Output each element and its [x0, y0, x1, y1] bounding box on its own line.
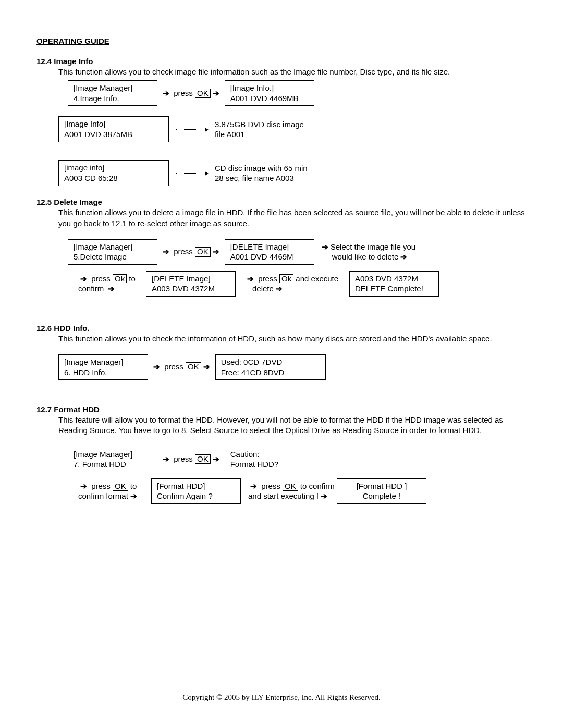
- arrow-icon: ➔: [322, 242, 328, 251]
- flow-124-row2: [Image Info] A001 DVD 3875MB 3.875GB DVD…: [58, 116, 527, 142]
- step-span: and execute: [293, 274, 338, 283]
- press-text: press: [172, 89, 195, 97]
- dotted-arrow-icon: [176, 173, 207, 174]
- lcd-line: A003 CD 65:28: [64, 173, 163, 183]
- lcd-box: [Image Info.] A001 DVD 4469MB: [225, 80, 314, 106]
- lcd-box: [Format HDD ] Complete !: [337, 478, 426, 504]
- press-ok: ➔ press OK➔: [161, 454, 222, 464]
- lcd-line: [Format HDD ]: [342, 481, 421, 491]
- lcd-line: [Image Info]: [64, 119, 163, 129]
- section-127-head: 12.7 Format HDD: [36, 405, 527, 414]
- ok-key: OK: [113, 482, 128, 491]
- lcd-line: A001 DVD 3875MB: [64, 129, 163, 140]
- arrow-icon: ➔: [163, 247, 169, 256]
- lcd-box: [image info] A003 CD 65:28: [58, 160, 169, 186]
- lcd-line: 5.Delete Image: [74, 252, 152, 262]
- arrow-icon: ➔: [276, 284, 283, 293]
- press-ok: ➔ press OK➔: [161, 89, 222, 98]
- lcd-line: [Image Manager]: [74, 83, 152, 93]
- section-125-text: This function allows you to delete a ima…: [58, 207, 527, 229]
- flow-125-row1: [Image Manager] 5.Delete Image ➔ press O…: [68, 239, 527, 265]
- arrow-icon: ➔: [108, 284, 115, 293]
- lcd-line: 6. HDD Info.: [64, 367, 142, 378]
- step-span: press: [89, 274, 113, 283]
- arrow-icon: ➔: [213, 247, 219, 256]
- note-span: Select the image file you: [331, 242, 415, 251]
- arrow-icon: ➔: [163, 89, 169, 97]
- arrow-icon: ➔: [400, 252, 407, 261]
- arrow-icon: ➔: [130, 491, 137, 500]
- note-line: 28 sec, file name A003: [215, 173, 308, 183]
- section-126-head: 12.6 HDD Info.: [36, 324, 527, 332]
- flow-124-row3: [image info] A003 CD 65:28 CD disc image…: [58, 160, 527, 186]
- lcd-line: [Image Manager]: [74, 449, 152, 460]
- lcd-line: [Format HDD]: [157, 481, 235, 491]
- note-text: 3.875GB DVD disc image file A001: [215, 119, 304, 140]
- step-line: ➔ press Ok to: [78, 274, 146, 284]
- lcd-line: [Image Manager]: [64, 357, 142, 367]
- lcd-box: [Image Manager] 7. Format HDD: [68, 447, 157, 472]
- lcd-line: 7. Format HDD: [74, 459, 152, 470]
- dotted-arrow-icon: [176, 129, 207, 130]
- page-title: OPERATING GUIDE: [36, 36, 527, 45]
- note-span: would like to delete: [332, 252, 399, 261]
- flow-125-row2: ➔ press Ok to confirm ➔ [DELETE Image] A…: [78, 271, 527, 297]
- lcd-line: 4.Image Info.: [74, 93, 152, 104]
- step-line: and start executing f➔: [248, 491, 337, 501]
- step-line: delete➔: [245, 283, 349, 294]
- lcd-box: Used: 0CD 7DVD Free: 41CD 8DVD: [215, 354, 326, 380]
- ok-key: OK: [195, 89, 211, 98]
- section-126-text: This function allows you to check the in…: [58, 334, 527, 344]
- step-text: ➔ press Ok to confirm ➔: [78, 274, 146, 294]
- step-span: confirm: [78, 284, 106, 293]
- arrow-icon: ➔: [163, 454, 169, 463]
- step-text: ➔ press Ok and execute delete➔: [245, 274, 349, 294]
- lcd-box: [DELETE Image] A001 DVD 4469M: [225, 239, 314, 265]
- step-span: press: [256, 274, 279, 283]
- step-line: ➔ press OK to: [78, 481, 151, 491]
- flow-127-row2: ➔ press OK to confirm format➔ [Format HD…: [78, 478, 527, 504]
- ok-key: Ok: [279, 274, 293, 284]
- step-line: confirm format➔: [78, 491, 151, 501]
- step-line: ➔ press Ok and execute: [245, 274, 349, 284]
- step-span: press: [89, 482, 113, 490]
- section-127-text: This feature will allow you to format th…: [58, 415, 527, 436]
- step-span: and start executing f: [248, 491, 319, 500]
- lcd-line: [image info]: [64, 163, 163, 173]
- note-line: CD disc image with 65 min: [215, 163, 308, 174]
- press-text: press: [172, 454, 195, 463]
- lcd-line: A001 DVD 4469MB: [230, 93, 309, 104]
- lcd-line: A003 DVD 4372M: [152, 283, 230, 294]
- step-span: press: [259, 482, 283, 490]
- press-ok: ➔ press OK➔: [161, 247, 222, 257]
- note-line: ➔Select the image file you: [320, 242, 415, 252]
- lcd-line: DELETE Complete!: [355, 283, 433, 294]
- flow-127-row1: [Image Manager] 7. Format HDD ➔ press OK…: [68, 447, 527, 472]
- link-text: 8. Select Source: [181, 426, 239, 435]
- footer-copyright: Copyright © 2005 by ILY Enterprise, Inc.…: [0, 693, 563, 702]
- lcd-box: [Image Manager] 4.Image Info.: [68, 80, 157, 106]
- lcd-line: Complete !: [342, 491, 421, 501]
- lcd-line: A001 DVD 4469M: [230, 252, 309, 262]
- arrow-icon: ➔: [247, 274, 254, 283]
- press-text: press: [172, 247, 195, 256]
- lcd-line: [Image Manager]: [74, 242, 152, 252]
- arrow-icon: ➔: [203, 362, 210, 371]
- lcd-line: [DELETE Image]: [152, 274, 230, 284]
- lcd-box: A003 DVD 4372M DELETE Complete!: [349, 271, 439, 297]
- arrow-icon: ➔: [213, 454, 219, 463]
- text-span: to select the Optical Drive as Reading S…: [239, 426, 482, 435]
- step-span: to: [128, 482, 137, 490]
- step-span: to confirm: [298, 482, 335, 490]
- ok-key: OK: [195, 454, 211, 464]
- lcd-box: [Image Manager] 5.Delete Image: [68, 239, 157, 265]
- lcd-box: [DELETE Image] A003 DVD 4372M: [146, 271, 236, 297]
- lcd-line: Used: 0CD 7DVD: [221, 357, 320, 367]
- step-line: confirm ➔: [78, 283, 146, 294]
- lcd-line: [DELETE Image]: [230, 242, 309, 252]
- step-span: confirm format: [78, 491, 128, 500]
- lcd-line: [Image Info.]: [230, 83, 309, 93]
- lcd-box: [Image Info] A001 DVD 3875MB: [58, 116, 169, 142]
- arrow-icon: ➔: [80, 482, 87, 490]
- arrow-icon: ➔: [250, 482, 257, 490]
